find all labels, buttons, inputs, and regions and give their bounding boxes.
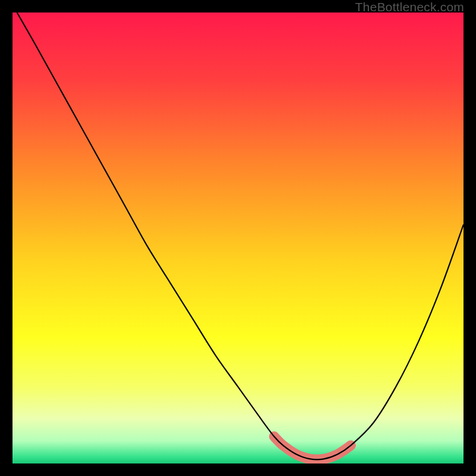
watermark-text: TheBottleneck.com	[355, 0, 464, 14]
bottleneck-curve	[17, 12, 464, 459]
plot-area	[12, 12, 464, 464]
curve-layer	[12, 12, 464, 464]
chart-frame: TheBottleneck.com	[0, 0, 476, 476]
